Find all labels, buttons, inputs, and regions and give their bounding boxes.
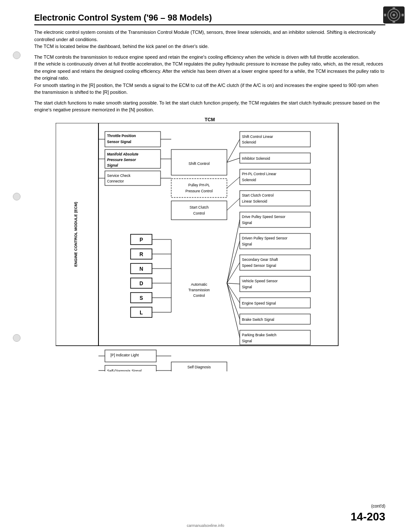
svg-text:Secondary Gear Shaft: Secondary Gear Shaft [242,257,278,262]
svg-text:Signal: Signal [242,339,252,343]
svg-rect-23 [171,179,227,197]
svg-text:Service Check: Service Check [107,173,131,178]
svg-text:Sensor Signal: Sensor Signal [107,140,131,144]
page-number: 14-203 [351,510,385,523]
svg-text:Parking Brake Switch: Parking Brake Switch [242,333,277,337]
svg-text:Signal: Signal [107,163,118,167]
svg-text:Solenoid: Solenoid [242,140,256,144]
watermark: carmanualsонline.info [0,523,411,528]
svg-text:Start Clutch Control: Start Clutch Control [242,193,274,197]
svg-point-3 [393,14,395,16]
svg-text:L: L [140,310,143,316]
page-container: Electronic Control System ('96 – 98 Mode… [0,0,411,532]
svg-text:Pressure Control: Pressure Control [185,189,213,193]
svg-text:Self Diagnosis: Self Diagnosis [188,365,211,369]
binder-hole-middle [13,193,21,200]
page-footer: (cont'd) 14-203 [351,504,385,523]
svg-text:Shift Control: Shift Control [188,161,210,166]
svg-text:Inhibitor Solenoid: Inhibitor Solenoid [242,156,270,161]
svg-line-94 [227,283,240,284]
cont-label: (cont'd) [351,504,385,508]
paragraph-3: The start clutch functions to make smoot… [34,99,385,114]
svg-text:Solenoid: Solenoid [242,178,256,182]
paragraph-2: The TCM controls the transmission to red… [34,54,385,96]
svg-line-91 [227,220,240,283]
svg-rect-51 [240,132,310,147]
svg-rect-4 [393,7,395,9]
tcm-label: TCM [56,117,364,122]
svg-text:Control: Control [193,211,205,215]
svg-text:D: D [140,281,143,287]
svg-text:Control: Control [193,293,205,298]
svg-text:Signal: Signal [242,285,252,289]
svg-text:Pulley PH-PL: Pulley PH-PL [188,183,210,187]
svg-text:Automatic: Automatic [191,282,208,287]
svg-line-89 [227,177,240,188]
svg-text:Self-Diagnosis Signal: Self-Diagnosis Signal [107,369,142,371]
binder-hole-top [13,51,21,59]
svg-text:Linear Solenoid: Linear Solenoid [242,199,267,203]
svg-text:Brake Switch Signal: Brake Switch Signal [242,317,274,322]
svg-text:PH-PL Control Linear: PH-PL Control Linear [242,172,277,176]
svg-line-90 [227,198,240,210]
page-title: Electronic Control System ('96 – 98 Mode… [34,13,385,25]
svg-text:Vehicle Speed Sensor: Vehicle Speed Sensor [242,279,278,283]
svg-text:Signal: Signal [242,221,252,225]
svg-text:Throttle Position: Throttle Position [107,134,136,138]
honda-logo [381,4,407,26]
svg-text:Engine Speed Signal: Engine Speed Signal [242,301,276,305]
svg-rect-5 [393,21,395,23]
svg-rect-26 [171,201,227,220]
svg-text:ENGINE CONTROL MODULE (ECM): ENGINE CONTROL MODULE (ECM) [74,202,78,266]
svg-text:Speed Sensor Signal: Speed Sensor Signal [242,263,276,268]
svg-rect-7 [402,14,404,16]
paragraph-1: The electronic control system consists o… [34,29,385,50]
svg-text:Drive Pulley Speed Sensor: Drive Pulley Speed Sensor [242,215,286,219]
svg-text:N: N [140,266,143,272]
svg-text:Signal: Signal [242,242,252,246]
svg-text:Shift Control Linear: Shift Control Linear [242,134,273,139]
svg-text:S: S [140,295,143,301]
svg-text:Pressure Sensor: Pressure Sensor [107,158,136,162]
svg-text:P: P [140,237,143,243]
svg-text:Transmission: Transmission [188,288,210,292]
svg-text:Driven Pulley Speed Sensor: Driven Pulley Speed Sensor [242,236,287,240]
svg-line-95 [227,283,240,303]
svg-text:[P] Indicator Light: [P] Indicator Light [110,353,139,357]
svg-text:Connector: Connector [107,179,124,183]
svg-text:Function: Function [192,371,206,371]
svg-rect-6 [384,14,386,16]
svg-text:R: R [140,251,143,257]
svg-line-92 [227,241,240,283]
svg-line-97 [227,283,240,338]
binder-hole-bottom [13,334,21,342]
svg-line-96 [227,283,240,319]
svg-text:Start Clutch: Start Clutch [190,205,209,209]
diagram-svg: ENGINE CONTROL MODULE (ECM) Throttle Pos… [56,123,364,371]
diagram-wrapper: TCM ENGINE CONTROL MODULE (ECM) Throttle… [56,117,364,373]
svg-text:Manifold Absolute: Manifold Absolute [107,152,139,156]
